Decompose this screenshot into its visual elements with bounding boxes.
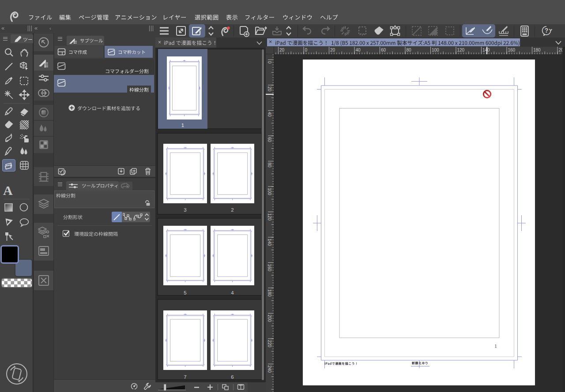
svg-text:100: 100 <box>267 188 272 195</box>
svg-text:40: 40 <box>267 112 272 117</box>
svg-text:20: 20 <box>267 86 272 92</box>
svg-text:40: 40 <box>356 48 361 52</box>
svg-text:160: 160 <box>508 48 516 52</box>
svg-text:80: 80 <box>267 163 272 168</box>
svg-text:240: 240 <box>267 366 272 373</box>
svg-text:180: 180 <box>267 289 272 297</box>
svg-text:80: 80 <box>407 48 412 52</box>
svg-text:140: 140 <box>482 48 490 52</box>
svg-text:60: 60 <box>381 48 386 52</box>
svg-text:220: 220 <box>267 340 272 347</box>
svg-text:120: 120 <box>267 213 272 221</box>
svg-text:20: 20 <box>330 48 335 52</box>
svg-text:200: 200 <box>267 315 272 322</box>
svg-text:60: 60 <box>267 137 272 142</box>
svg-text:100: 100 <box>432 48 439 52</box>
svg-text:0: 0 <box>267 61 272 64</box>
svg-text:?: ? <box>545 27 549 34</box>
svg-text:160: 160 <box>267 264 272 272</box>
svg-text:140: 140 <box>267 239 272 246</box>
svg-text:20: 20 <box>279 48 285 52</box>
svg-text:180: 180 <box>533 48 541 52</box>
svg-text:120: 120 <box>457 48 465 52</box>
svg-text:0: 0 <box>305 48 308 52</box>
